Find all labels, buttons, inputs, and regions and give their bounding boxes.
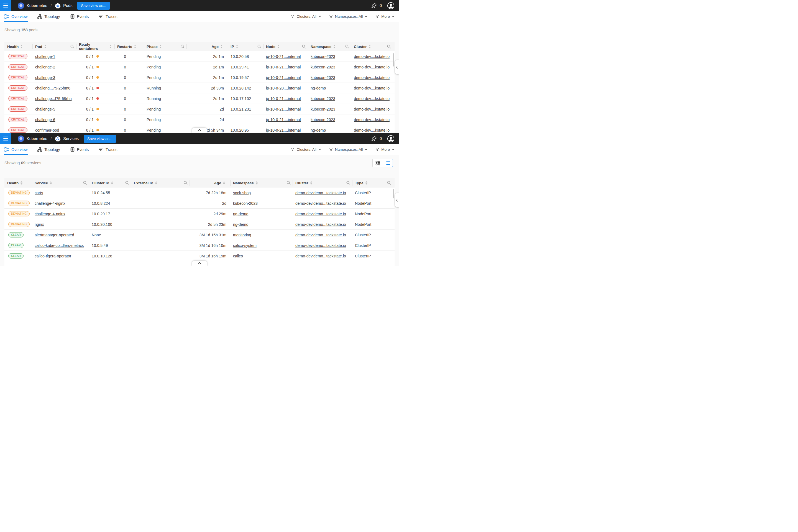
grid-view-button[interactable] (373, 159, 383, 167)
col-header-pod[interactable]: Pod (33, 42, 76, 51)
breadcrumb-view[interactable]: Services (63, 136, 79, 141)
node-link[interactable]: ip-10-0-21....internal (266, 75, 301, 80)
pod-link[interactable]: challeng...75-25bm6 (35, 86, 70, 90)
filter-dropdown[interactable]: More (375, 147, 395, 152)
tab-topology[interactable]: Topology (37, 11, 60, 22)
col-header-cluster_ip[interactable]: Cluster IP (89, 178, 131, 188)
pod-link[interactable]: challenge...f75-68rhn (35, 96, 72, 101)
search-icon[interactable] (258, 44, 261, 49)
col-header-ip[interactable]: IP (228, 42, 263, 51)
namespace-link[interactable]: kubecon-2023 (310, 117, 335, 122)
namespace-link[interactable]: kubecon-2023 (310, 107, 335, 111)
user-avatar-icon[interactable] (387, 135, 395, 142)
pod-link[interactable]: challenge-1 (35, 54, 55, 59)
pod-link[interactable]: challenge-5 (35, 107, 55, 111)
namespace-link[interactable]: calico (233, 254, 243, 258)
collapse-panel-tab[interactable] (395, 193, 399, 207)
search-icon[interactable] (70, 44, 74, 49)
namespace-link[interactable]: kubecon-2023 (310, 75, 335, 80)
service-link[interactable]: challenge-4-nginx (35, 212, 65, 216)
service-link[interactable]: alertmanager-operated (35, 233, 74, 237)
breadcrumb-product[interactable]: Kubernetes (26, 136, 47, 141)
col-header-cluster[interactable]: Cluster (292, 178, 352, 188)
breadcrumb-view[interactable]: Pods (63, 3, 72, 8)
hamburger-menu-button[interactable] (0, 133, 11, 144)
pin-icon[interactable] (371, 135, 377, 141)
node-link[interactable]: ip-10-0-28....internal (266, 86, 301, 90)
node-link[interactable]: ip-10-0-21....internal (266, 54, 301, 59)
tab-traces[interactable]: Traces (99, 11, 117, 22)
cluster-link[interactable]: demo-dev.demo...tackstate.io (296, 233, 346, 237)
cluster-link[interactable]: demo-dev....kstate.io (354, 75, 390, 80)
filter-dropdown[interactable]: Clusters: All (290, 14, 321, 19)
col-header-cluster[interactable]: Cluster (351, 42, 393, 51)
service-link[interactable]: nginx (35, 222, 44, 227)
tab-traces[interactable]: Traces (99, 144, 117, 155)
vertical-scrollbar-thumb[interactable] (393, 53, 394, 66)
cluster-link[interactable]: demo-dev....kstate.io (354, 54, 390, 59)
cluster-link[interactable]: demo-dev.demo...tackstate.io (296, 191, 346, 195)
col-header-phase[interactable]: Phase (144, 42, 187, 51)
search-icon[interactable] (345, 44, 349, 49)
node-link[interactable]: ip-10-0-21....internal (266, 96, 301, 101)
search-icon[interactable] (387, 181, 391, 185)
namespace-link[interactable]: monitoring (233, 233, 251, 237)
pod-link[interactable]: challenge-3 (35, 75, 55, 80)
col-header-restarts[interactable]: Restarts (114, 42, 144, 51)
cluster-link[interactable]: demo-dev....kstate.io (354, 128, 390, 132)
save-view-button[interactable]: Save view as... (84, 135, 116, 143)
scroll-up-pill[interactable] (192, 261, 207, 266)
search-icon[interactable] (180, 44, 185, 49)
service-link[interactable]: calico-tigera-operator (35, 254, 71, 258)
namespace-link[interactable]: kubecon-2023 (233, 201, 258, 206)
cluster-link[interactable]: demo-dev.demo...tackstate.io (296, 212, 346, 216)
hamburger-menu-button[interactable] (0, 0, 11, 11)
tab-events[interactable]: Events (70, 144, 89, 155)
cluster-link[interactable]: demo-dev....kstate.io (354, 107, 390, 111)
save-view-button[interactable]: Save view as... (77, 2, 110, 10)
search-icon[interactable] (83, 181, 87, 185)
search-icon[interactable] (346, 181, 350, 185)
col-header-node[interactable]: Node (263, 42, 308, 51)
cluster-link[interactable]: demo-dev....kstate.io (354, 96, 390, 101)
filter-dropdown[interactable]: Clusters: All (290, 147, 321, 152)
namespace-link[interactable]: kubecon-2023 (310, 65, 335, 69)
cluster-link[interactable]: demo-dev.demo...tackstate.io (296, 254, 346, 258)
col-header-external_ip[interactable]: External IP (131, 178, 190, 188)
col-header-ready[interactable]: Ready containers (76, 42, 114, 51)
search-icon[interactable] (184, 181, 188, 185)
node-link[interactable]: ip-10-0-21....internal (266, 128, 301, 132)
search-icon[interactable] (387, 44, 391, 49)
filter-dropdown[interactable]: Namespaces: All (329, 147, 368, 152)
search-icon[interactable] (125, 181, 129, 185)
scroll-up-pill[interactable] (192, 128, 207, 133)
tab-overview[interactable]: Overview (4, 11, 27, 22)
namespace-link[interactable]: ng-demo (233, 222, 248, 227)
pod-link[interactable]: challenge-2 (35, 65, 55, 69)
cluster-link[interactable]: demo-dev.demo...tackstate.io (296, 222, 346, 227)
col-header-type[interactable]: Type (352, 178, 393, 188)
namespace-link[interactable]: ng-demo (310, 128, 326, 132)
col-header-namespace[interactable]: Namespace (308, 42, 351, 51)
col-header-health[interactable]: Health (4, 42, 33, 51)
breadcrumb-product[interactable]: Kubernetes (26, 3, 47, 8)
tab-overview[interactable]: Overview (4, 144, 27, 155)
filter-dropdown[interactable]: Namespaces: All (329, 14, 368, 19)
node-link[interactable]: ip-10-0-21....internal (266, 65, 301, 69)
cluster-link[interactable]: demo-dev....kstate.io (354, 65, 390, 69)
filter-dropdown[interactable]: More (375, 14, 395, 19)
namespace-link[interactable]: kubecon-2023 (310, 96, 335, 101)
tab-events[interactable]: Events (70, 11, 89, 22)
col-header-namespace[interactable]: Namespace (230, 178, 292, 188)
col-header-service[interactable]: Service (32, 178, 89, 188)
search-icon[interactable] (287, 181, 291, 185)
service-link[interactable]: carts (35, 191, 43, 195)
namespace-link[interactable]: sock-shop (233, 191, 251, 195)
namespace-link[interactable]: ng-demo (310, 86, 326, 90)
col-header-health[interactable]: Health (4, 178, 32, 188)
cluster-link[interactable]: demo-dev.demo...tackstate.io (296, 201, 346, 206)
user-avatar-icon[interactable] (387, 2, 395, 10)
pin-icon[interactable] (371, 2, 377, 8)
node-link[interactable]: ip-10-0-21....internal (266, 107, 301, 111)
cluster-link[interactable]: demo-dev....kstate.io (354, 86, 390, 90)
